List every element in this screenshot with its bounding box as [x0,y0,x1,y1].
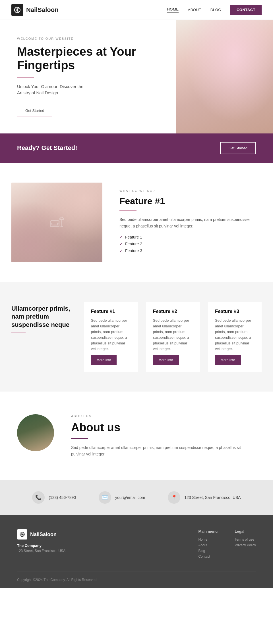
hero-woman-image [176,20,273,133]
card-2-title: Feature #2 [153,309,193,314]
hero-get-started-button[interactable]: Get Started [17,105,52,116]
contact-address-item: 📍 123 Street, San Francisco, USA [168,491,241,504]
footer-main: NailSaloon The Company 123 Street, San F… [17,529,256,560]
about-title: About us [71,421,256,434]
about-divider [71,438,88,439]
feature-title: Feature #1 [119,196,262,206]
nav-link-blog[interactable]: BLOG [210,8,221,12]
card-2: Feature #2 Sed pede ullamcorper amet ull… [146,302,200,372]
email-icon: ✉️ [99,491,111,504]
check-icon: ✓ [119,242,123,246]
footer-logo: NailSaloon [17,529,181,540]
svg-point-3 [22,534,23,535]
contact-info-section: 📞 (123) 456-7890 ✉️ your@email.com 📍 123… [0,480,273,515]
cards-section: Ullamcorper primis, nam pretium suspendi… [0,282,273,392]
feature-divider [119,210,136,211]
card-1-title: Feature #1 [91,309,131,314]
hero-title: Masterpieces at Your Fingertips [17,45,162,72]
card-3: Feature #3 Sed pede ullamcorper amet ull… [208,302,262,372]
phone-icon: 📞 [32,491,45,504]
footer-company-address: 123 Street, San Francisco, USA [17,549,181,553]
card-1-more-info-button[interactable]: More Info [91,355,117,365]
footer-main-menu-title: Main menu [198,529,218,534]
hero-left: WELCOME TO OUR WEBSITE Masterpieces at Y… [0,20,176,133]
footer-company-name: The Company [17,543,181,548]
footer-main-menu: Main menu Home About Blog Contact [198,529,218,560]
footer-legal-title: Legal [235,529,256,534]
card-3-more-info-button[interactable]: More Info [215,355,241,365]
contact-email-item: ✉️ your@email.com [99,491,145,504]
check-icon: ✓ [119,248,123,253]
nav-link-home[interactable]: HOME [167,7,179,12]
hero-subtitle: Unlock Your Glamour: Discover the Artist… [17,83,97,96]
card-3-title: Feature #3 [215,309,255,314]
feature-section: 🛋 WHAT DO WE DO? Feature #1 Sed pede ull… [0,163,273,282]
logo-icon [11,4,23,16]
feature-description: Sed pede ullamcorper amet ullamcorper pr… [119,216,262,229]
about-person-image [17,414,54,451]
list-item: ✓ Feature 3 [119,248,262,253]
feature-content: WHAT DO WE DO? Feature #1 Sed pede ullam… [119,189,262,255]
footer-copyright: Copyright ©2024 The Company, All Rights … [17,578,96,582]
list-item: ✓ Feature 2 [119,242,262,246]
navbar: NailSaloon HOME ABOUT BLOG CONTACT [0,0,273,20]
location-icon: 📍 [168,491,180,504]
footer: NailSaloon The Company 123 Street, San F… [0,515,273,588]
footer-legal: Legal Terms of use Privacy Policy [235,529,256,560]
feature-what-label: WHAT DO WE DO? [119,189,262,193]
card-2-description: Sed pede ullamcorper amet ullamcorper pr… [153,318,193,352]
card-2-more-info-button[interactable]: More Info [153,355,179,365]
about-label: ABOUT US [71,414,256,418]
footer-link-about[interactable]: About [198,543,218,547]
check-icon: ✓ [119,235,123,239]
contact-address: 123 Street, San Francisco, USA [184,495,241,500]
nav-link-about[interactable]: ABOUT [188,8,201,12]
cards-grid: Ullamcorper primis, nam pretium suspendi… [11,302,262,372]
list-item: ✓ Feature 1 [119,235,262,239]
nav-logo[interactable]: NailSaloon [11,4,59,16]
footer-logo-name: NailSaloon [30,532,57,538]
hero-divider [17,77,34,78]
logo-name: NailSaloon [26,6,59,14]
footer-terms-link[interactable]: Terms of use [235,538,256,541]
contact-phone-item: 📞 (123) 456-7890 [32,491,76,504]
contact-phone: (123) 456-7890 [49,495,76,500]
card-1: Feature #1 Sed pede ullamcorper amet ull… [84,302,138,372]
cta-get-started-button[interactable]: Get Started [220,142,256,154]
card-3-description: Sed pede ullamcorper amet ullamcorper pr… [215,318,255,352]
hero-image [176,20,273,133]
footer-logo-icon [17,529,27,540]
footer-link-home[interactable]: Home [198,538,218,541]
nav-links: HOME ABOUT BLOG CONTACT [167,5,262,15]
feature-salon-image: 🛋 [11,183,102,262]
hero-section: WELCOME TO OUR WEBSITE Masterpieces at Y… [0,20,273,133]
cards-intro-divider [11,332,26,333]
about-description: Sed pede ullamcorper amet ullamcorper pr… [71,444,242,457]
cards-intro: Ullamcorper primis, nam pretium suspendi… [11,302,76,336]
svg-point-1 [16,9,18,11]
cta-banner-text: Ready? Get Started! [17,144,77,152]
footer-link-blog[interactable]: Blog [198,549,218,553]
footer-bottom: Copyright ©2024 The Company, All Rights … [17,572,256,582]
nav-contact-button[interactable]: CONTACT [230,5,262,15]
about-section: ABOUT US About us Sed pede ullamcorper a… [0,392,273,480]
cta-banner: Ready? Get Started! Get Started [0,133,273,163]
cards-intro-title: Ullamcorper primis, nam pretium suspendi… [11,305,76,329]
card-1-description: Sed pede ullamcorper amet ullamcorper pr… [91,318,131,352]
footer-link-contact[interactable]: Contact [198,555,218,559]
footer-brand: NailSaloon The Company 123 Street, San F… [17,529,181,560]
contact-email: your@email.com [115,495,145,500]
footer-privacy-link[interactable]: Privacy Policy [235,543,256,547]
about-person-placeholder [17,414,54,451]
about-content: ABOUT US About us Sed pede ullamcorper a… [71,414,256,457]
salon-room-placeholder: 🛋 [11,183,102,262]
hero-welcome-text: WELCOME TO OUR WEBSITE [17,37,162,40]
feature-list: ✓ Feature 1 ✓ Feature 2 ✓ Feature 3 [119,235,262,253]
